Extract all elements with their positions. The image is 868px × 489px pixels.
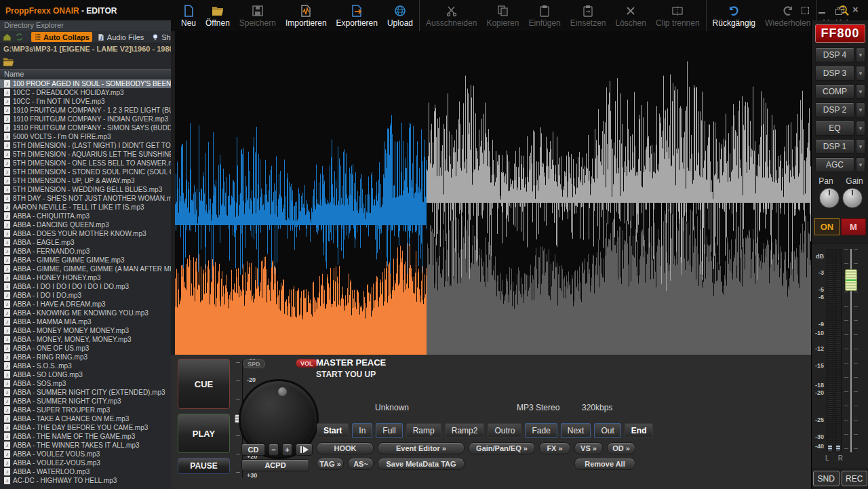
file-row[interactable]: ♪ABBA - I HAVE A DREAM.mp3 [0,300,171,309]
dsp-4-button[interactable]: DSP 4 [815,47,854,62]
save-metadata-tag-button[interactable]: Save MetaData TAG [378,458,465,470]
chevron-down-icon[interactable]: ▼ [856,66,865,81]
file-row[interactable]: ♪ABBA - GIMME GIMME GIMME.mp3 [0,256,171,265]
file-row[interactable]: ♪1910 FRUITGUM COMPANY - 1 2 3 RED LIGHT… [0,106,171,115]
fx--button[interactable]: FX » [539,442,570,454]
marker-outro-button[interactable]: Outro [488,423,521,438]
file-row[interactable]: ♪ABBA - GIMME, GIMME, GIMME (A MAN AFTER… [0,265,171,273]
importieren-button[interactable]: Importieren [281,0,332,31]
od--button[interactable]: OD » [607,442,635,454]
file-row[interactable]: ♪ABBA - EAGLE.mp3 [0,238,171,247]
file-row[interactable]: ♪ABBA - I DO I DO.mp3 [0,291,171,300]
exportieren-button[interactable]: Exportieren [332,0,382,31]
file-row[interactable]: ♪ABBA - S.O.S..mp3 [0,361,171,370]
file-row[interactable]: ♪5TH DIMENSION - STONED SOUL PICNIC (SOU… [0,168,171,176]
dsp-2-button[interactable]: DSP 2 [815,102,854,117]
gain-pan-eq--button[interactable]: Gain/Pan/EQ » [469,442,535,454]
file-row[interactable]: ♪AARON NEVILLE - TELL IT LIKE IT IS.mp3 [0,203,171,212]
focus-window-icon[interactable] [802,7,809,14]
chevron-down-icon[interactable]: ▼ [856,121,865,136]
file-row[interactable]: ♪8TH DAY - SHE'S NOT JUST ANOTHER WOMAN.… [0,194,171,203]
marker-fade-button[interactable]: Fade [525,423,557,438]
minimize-icon[interactable] [818,7,826,14]
file-row[interactable]: ♪ABBA - KNOWING ME KNOWING YOU.mp3 [0,309,171,317]
file-row[interactable]: ♪ABBA - HONEY HONEY.mp3 [0,273,171,282]
file-row[interactable]: ♪5TH DIMENSION - UP, UP & AWAY.mp3 [0,176,171,185]
as--button[interactable]: AS~ [348,458,374,470]
cd-button[interactable]: CD [241,444,265,456]
restore-icon[interactable] [835,7,843,14]
volume-badge[interactable]: VOL [296,359,318,368]
hook-button[interactable]: HOOK [317,442,374,454]
file-row[interactable]: ♪ABBA - THE NAME OF THE GAME.mp3 [0,432,171,441]
marker-ramp2-button[interactable]: Ramp2 [445,423,485,438]
pause-button[interactable]: PAUSE [178,458,230,474]
file-row[interactable]: ♪ABBA - SUMMER NIGHT CITY (EXTENDED).mp3 [0,388,171,397]
waveform-display[interactable] [171,31,811,355]
acpd-button[interactable]: ACPD [241,459,309,471]
file-row[interactable]: ♪ABBA - ONE OF US.mp3 [0,344,171,353]
increase-button[interactable]: + [282,444,292,456]
chevron-down-icon[interactable]: ▼ [856,47,865,62]
file-row[interactable]: ♪ABBA - RING RING.mp3 [0,353,171,361]
play-to-end-button[interactable] [296,444,313,456]
marker-next-button[interactable]: Next [561,423,591,438]
device-button[interactable]: FF800 [815,24,865,43]
chevron-down-icon[interactable]: ▼ [856,157,865,172]
file-row[interactable]: ♪ABBA - MAMMA MIA.mp3 [0,317,171,326]
marker-end-button[interactable]: End [625,423,654,438]
dsp-3-button[interactable]: DSP 3 [815,66,854,81]
gain-knob[interactable] [842,188,863,208]
upload-button[interactable]: Upload [382,0,418,31]
file-row[interactable]: ♪ABBA - DOES YOUR MOTHER KNOW.mp3 [0,229,171,238]
neu-button[interactable]: Neu [176,0,201,31]
dsp-1-button[interactable]: DSP 1 [815,139,854,154]
close-icon[interactable] [852,7,860,14]
marker-in-button[interactable]: In [352,423,372,438]
refresh-icon[interactable] [14,32,24,42]
file-row[interactable]: ♪5TH DIMENSION - (LAST NIGHT) I DIDN'T G… [0,141,171,150]
file-row[interactable]: ♪ABBA - FERNANDO.mp3 [0,247,171,256]
marker-ramp-button[interactable]: Ramp [406,423,441,438]
agc-button[interactable]: AGC [815,157,854,172]
file-row[interactable]: ♪10CC - DREADLOCK HOLIDAY.mp3 [0,88,171,97]
column-header-name[interactable]: Name [0,69,171,79]
marker-start-button[interactable]: Start [317,423,349,438]
comp-button[interactable]: COMP [815,84,854,99]
file-row[interactable]: ♪1910 FRUITGUM COMPANY - INDIAN GIVER.mp… [0,115,171,123]
home-icon[interactable] [2,32,12,42]
file-row[interactable]: ♪ABBA - SOS.mp3 [0,379,171,388]
rec-button[interactable]: REC [842,471,868,486]
r-ckg-ngig-button[interactable]: Rückgängig [708,0,760,31]
file-row[interactable]: ♪AC-DC - HIGHWAY TO HELL.mp3 [0,476,171,485]
snd-button[interactable]: SND [813,471,840,486]
file-row[interactable]: ♪10CC - I'm NOT IN LOVE.mp3 [0,97,171,106]
file-row[interactable]: ♪ABBA - I DO I DO I DO I DO I DO.mp3 [0,282,171,291]
parent-folder-row[interactable] [0,56,171,69]
file-row[interactable]: ♪5TH DIMENSION - AQUARIUS LET THE SUNSHI… [0,150,171,159]
file-row[interactable]: ♪5TH DIMENSION - ONE LESS BELL TO ANSWER… [0,159,171,168]
file-row[interactable]: ♪ABBA - THE DAY BEFORE YOU CAME.mp3 [0,423,171,432]
file-row[interactable]: ♪5TH DIMENSION - WEDDING BELL BLUES.mp3 [0,185,171,194]
file-row[interactable]: ♪ABBA - VOULEZ VOUS.mp3 [0,450,171,458]
waveform-canvas[interactable] [175,31,811,355]
auto-collapse-toggle[interactable]: Auto Collaps [31,32,92,42]
vs--button[interactable]: VS » [574,442,603,454]
tag--button[interactable]: TAG » [317,458,344,470]
fader-handle[interactable] [845,269,857,291]
chevron-down-icon[interactable]: ▼ [856,139,865,154]
file-row[interactable]: ♪ABBA - SO LONG.mp3 [0,370,171,379]
decrease-button[interactable]: − [269,444,279,456]
on-button[interactable]: ON [814,218,840,235]
event-editor--button[interactable]: Event Editor » [378,442,465,454]
file-row[interactable]: ♪ABBA - MONEY, MONEY, MONEY.mp3 [0,335,171,344]
chevron-down-icon[interactable]: ▼ [856,84,865,99]
speed-badge[interactable]: SPD [243,359,265,368]
file-row[interactable]: ♪ABBA - SUPER TROUPER.mp3 [0,406,171,414]
file-row[interactable]: ♪ABBA - THE WINNER TAKES IT ALL.mp3 [0,441,171,450]
remove-all-button[interactable]: Remove All [574,458,635,470]
chevron-down-icon[interactable]: ▼ [856,102,865,117]
eq-button[interactable]: EQ [815,121,854,136]
file-row[interactable]: ♪1910 FRUITGUM COMPANY - SIMON SAYS (BUD… [0,123,171,132]
pan-knob[interactable] [819,188,840,208]
